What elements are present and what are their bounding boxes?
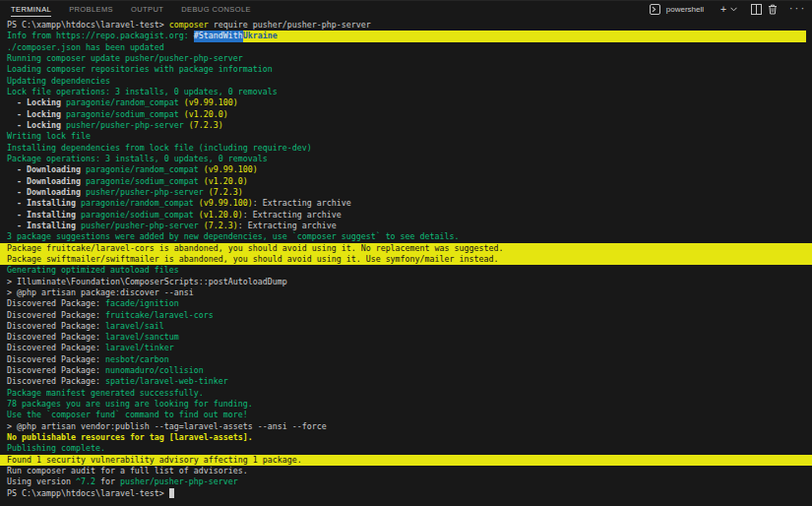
terminal-line: Run composer audit for a full list of ad… <box>7 466 806 476</box>
terminal-line: > @php artisan vendor:publish --tag=lara… <box>7 421 806 432</box>
terminal-line: Discovered Package: laravel/sanctum <box>7 332 806 343</box>
split-terminal-icon[interactable] <box>749 3 763 17</box>
new-terminal-icon[interactable]: + <box>717 3 730 17</box>
terminal-line: Using version ^7.2 for pusher/pusher-php… <box>7 476 806 487</box>
highlight-fill <box>278 31 806 41</box>
tab-problems[interactable]: PROBLEMS <box>69 2 113 17</box>
terminal-line: - Installing paragonie/sodium_compat (v1… <box>7 210 806 221</box>
terminal-line: Installing dependencies from lock file (… <box>7 143 806 154</box>
tab-debug-console[interactable]: DEBUG CONSOLE <box>181 2 251 17</box>
terminal-line: Info from https://repo.packagist.org: #S… <box>7 31 806 41</box>
terminal-prompt-icon <box>649 3 662 17</box>
terminal-line: PS C:\xampp\htdocs\laravel-test> compose… <box>7 20 806 31</box>
terminal-line: PS C:\xampp\htdocs\laravel-test> <box>7 488 806 499</box>
terminal-line: Discovered Package: facade/ignition <box>7 298 806 309</box>
terminal-line: - Locking pusher/pusher-php-server (7.2.… <box>7 120 806 131</box>
chevron-down-icon[interactable] <box>729 3 738 17</box>
terminal-cursor <box>169 488 174 498</box>
terminal-line: Discovered Package: laravel/sail <box>7 321 806 332</box>
terminal-line: Updating dependencies <box>7 76 806 87</box>
terminal-line: Found 1 security vulnerability advisory … <box>0 455 812 466</box>
terminal-line: No publishable resources for tag [larave… <box>7 432 806 443</box>
terminal-line: Discovered Package: nunomaduro/collision <box>7 365 806 376</box>
terminal-line: > @php artisan package:discover --ansi <box>7 287 806 298</box>
shell-selector[interactable]: powershell <box>649 3 704 17</box>
terminal-line: Package swiftmailer/swiftmailer is aband… <box>0 254 812 265</box>
terminal-line: Generating optimized autoload files <box>7 265 806 276</box>
kill-terminal-trash-icon[interactable] <box>766 3 780 17</box>
terminal-line: Publishing complete. <box>7 443 806 454</box>
terminal-line: - Downloading pusher/pusher-php-server (… <box>7 187 806 198</box>
terminal-line: - Locking paragonie/random_compat (v9.99… <box>7 97 806 108</box>
more-actions-icon[interactable]: ··· <box>790 3 804 17</box>
terminal-line: - Installing paragonie/random_compat (v9… <box>7 198 806 209</box>
terminal-line: Discovered Package: nesbot/carbon <box>7 354 806 365</box>
terminal-line: ./composer.json has been updated <box>7 42 806 53</box>
terminal-line: Loading composer repositories with packa… <box>7 64 806 75</box>
highlight-fill <box>302 455 806 466</box>
terminal-line: Package operations: 3 installs, 0 update… <box>7 154 806 164</box>
terminal-line: Discovered Package: laravel/tinker <box>7 344 806 354</box>
terminal-line: Package manifest generated successfully. <box>7 388 806 399</box>
terminal-line: > Illuminate\Foundation\ComposerScripts:… <box>7 277 806 287</box>
terminal-line: 78 packages you are using are looking fo… <box>7 399 806 410</box>
terminal-line: Writing lock file <box>7 131 806 142</box>
terminal-toolbar: powershell + ··· <box>649 3 804 17</box>
terminal-line: - Locking paragonie/sodium_compat (v1.20… <box>7 109 806 120</box>
panel-header: TERMINAL PROBLEMS OUTPUT DEBUG CONSOLE p… <box>0 0 812 18</box>
tab-output[interactable]: OUTPUT <box>131 2 163 17</box>
terminal-line: - Installing pusher/pusher-php-server (7… <box>7 221 806 231</box>
terminal-line: Package fruitcake/laravel-cors is abando… <box>0 243 812 254</box>
shell-name: powershell <box>666 5 704 14</box>
terminal-line: - Downloading paragonie/random_compat (v… <box>7 164 806 175</box>
terminal-line: Lock file operations: 3 installs, 0 upda… <box>7 87 806 97</box>
terminal-line: Discovered Package: fruitcake/laravel-co… <box>7 310 806 321</box>
terminal-line: 3 package suggestions were added by new … <box>7 231 806 242</box>
terminal-line: Use the `composer fund` command to find … <box>7 410 806 420</box>
terminal-output[interactable]: PS C:\xampp\htdocs\laravel-test> compose… <box>0 18 812 499</box>
terminal-line: Running composer update pusher/pusher-ph… <box>7 53 806 64</box>
terminal-line: Discovered Package: spatie/laravel-web-t… <box>7 377 806 388</box>
terminal-line: - Downloading paragonie/sodium_compat (v… <box>7 176 806 187</box>
tab-terminal[interactable]: TERMINAL <box>11 2 51 17</box>
